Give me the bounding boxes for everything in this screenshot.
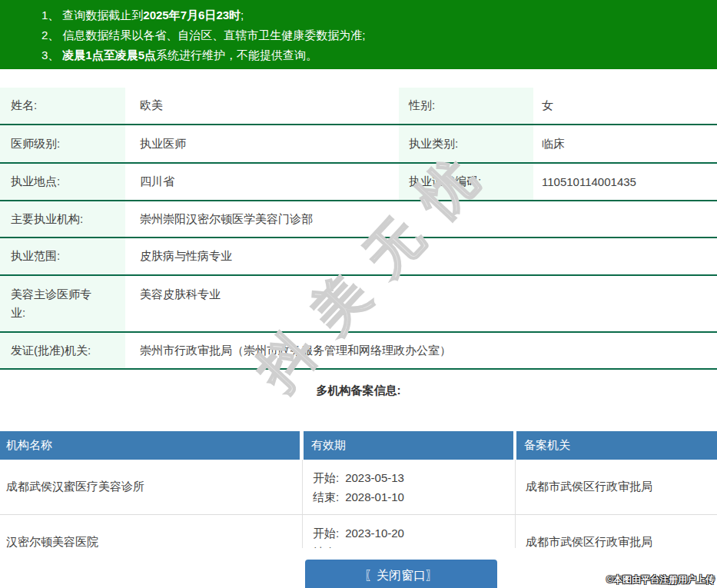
- profile-row-name-gender: 姓名: 欧美 性别: 女: [0, 88, 717, 125]
- place-label: 执业地点:: [0, 164, 125, 200]
- level-value: 执业医师: [125, 125, 399, 162]
- record-org-name: 汉密尔顿美容医院: [0, 515, 303, 548]
- notice-number: 2、: [41, 28, 59, 42]
- profile-row-org: 主要执业机构: 崇州崇阳汉密尔顿医学美容门诊部: [0, 201, 717, 238]
- close-window-button[interactable]: 〖关闭窗口〗: [305, 560, 497, 588]
- org-label: 主要执业机构:: [0, 201, 125, 237]
- validity-end: 结束:2028-01-10: [313, 487, 404, 507]
- name-value: 欧美: [125, 88, 399, 124]
- scope-value: 皮肤病与性病专业: [125, 238, 717, 274]
- start-date: 2023-10-20: [345, 527, 404, 540]
- notice-line-3: 3、凌晨1点至凌晨5点系统进行维护，不能提供查询。: [41, 45, 717, 65]
- cosmetic-specialty-value: 美容皮肤科专业: [125, 276, 717, 331]
- profile-row-level-category: 医师级别: 执业医师 执业类别: 临床: [0, 125, 717, 164]
- header-validity: 有效期: [304, 431, 513, 460]
- table-row: 成都武侯汉蜜医疗美容诊所 开始:2023-05-13 结束:2028-01-10…: [0, 460, 717, 515]
- notice-text: 信息数据结果以各省、自治区、直辖市卫生健康委数据为准;: [62, 28, 365, 42]
- level-label: 医师级别:: [0, 125, 125, 162]
- notice-text: 系统进行维护，不能提供查询。: [156, 48, 317, 61]
- upload-credit-text: ©本图由平台注册用户上传: [606, 573, 715, 586]
- notice-number: 3、: [41, 48, 59, 61]
- record-validity: 开始:2023-10-20 结束:2025-10-19: [303, 515, 516, 548]
- record-validity: 开始:2023-05-13 结束:2028-01-10: [303, 460, 516, 514]
- notice-text-bold: 2025年7月6日23时: [143, 8, 241, 22]
- notice-text: 查询数据截止到: [62, 8, 143, 22]
- record-authority: 成都市武侯区行政审批局: [516, 460, 717, 514]
- name-label: 姓名:: [0, 88, 125, 124]
- scope-label: 执业范围:: [0, 238, 125, 274]
- start-label: 开始:: [313, 527, 339, 540]
- notice-line-2: 2、信息数据结果以各省、自治区、直辖市卫生健康委数据为准;: [41, 25, 717, 45]
- record-authority: 成都市武侯区行政审批局: [516, 515, 717, 548]
- profile-row-issuer: 发证(批准)机关: 崇州市行政审批局（崇州市政务服务管理和网络理政办公室）: [0, 333, 717, 370]
- notice-text: ;: [241, 8, 244, 22]
- profile-row-place-cert: 执业地点: 四川省 执业证书编码: 110510114001435: [0, 164, 717, 201]
- notice-text-bold: 凌晨1点至凌晨5点: [62, 48, 156, 61]
- notice-number: 1、: [41, 8, 59, 22]
- place-value: 四川省: [125, 164, 399, 200]
- records-section-title: 多机构备案信息:: [0, 384, 717, 397]
- gender-label: 性别:: [399, 88, 533, 124]
- org-value: 崇州崇阳汉密尔顿医学美容门诊部: [125, 201, 717, 237]
- end-date: 2025-10-19: [345, 546, 404, 549]
- issuer-value: 崇州市行政审批局（崇州市政务服务管理和网络理政办公室）: [125, 333, 717, 368]
- category-value: 临床: [533, 125, 717, 162]
- header-org-name: 机构名称: [0, 431, 300, 460]
- cosmetic-specialty-label: 美容主诊医师专业:: [0, 276, 125, 331]
- gender-value: 女: [533, 88, 717, 124]
- validity-end: 结束:2025-10-19: [313, 543, 404, 549]
- table-row: 汉密尔顿美容医院 开始:2023-10-20 结束:2025-10-19 成都市…: [0, 515, 717, 548]
- validity-start: 开始:2023-10-20: [313, 523, 404, 543]
- record-org-name: 成都武侯汉蜜医疗美容诊所: [0, 460, 303, 514]
- validity-start: 开始:2023-05-13: [313, 468, 404, 487]
- issuer-label: 发证(批准)机关:: [0, 333, 125, 368]
- profile-table: 姓名: 欧美 性别: 女 医师级别: 执业医师 执业类别: 临床 执业地点: 四…: [0, 88, 717, 370]
- category-label: 执业类别:: [399, 125, 533, 162]
- end-label: 结束:: [313, 546, 339, 549]
- cert-value: 110510114001435: [533, 164, 717, 200]
- start-label: 开始:: [313, 471, 339, 484]
- end-date: 2028-01-10: [345, 490, 404, 503]
- cert-label: 执业证书编码:: [399, 164, 533, 200]
- notice-banner: 1、查询数据截止到2025年7月6日23时; 2、信息数据结果以各省、自治区、直…: [0, 0, 717, 69]
- records-table: 机构名称 有效期 备案机关 成都武侯汉蜜医疗美容诊所 开始:2023-05-13…: [0, 431, 717, 548]
- start-date: 2023-05-13: [345, 471, 404, 484]
- profile-row-scope: 执业范围: 皮肤病与性病专业: [0, 238, 717, 276]
- end-label: 结束:: [313, 490, 339, 503]
- header-authority: 备案机关: [516, 431, 717, 460]
- profile-row-cosmetic: 美容主诊医师专业: 美容皮肤科专业: [0, 276, 717, 333]
- records-table-header: 机构名称 有效期 备案机关: [0, 431, 717, 460]
- notice-line-1: 1、查询数据截止到2025年7月6日23时;: [41, 5, 717, 25]
